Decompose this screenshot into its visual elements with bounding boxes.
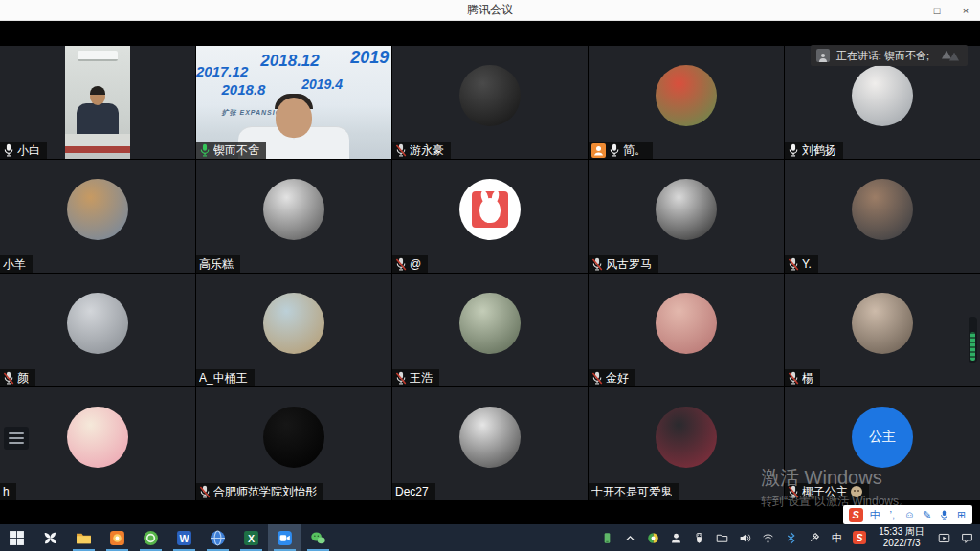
participant-name-label: 游永豪: [392, 142, 451, 159]
mic-icon: [788, 143, 799, 157]
participant-tile[interactable]: 小白: [0, 46, 195, 159]
tray-user-icon[interactable]: [668, 530, 683, 545]
sogou-toolbox[interactable]: ⊞: [956, 509, 967, 521]
taskbar-word-icon[interactable]: W: [167, 524, 201, 551]
window-title: 腾讯会议: [467, 2, 513, 18]
tray-folder-icon[interactable]: [714, 530, 729, 545]
sogou-emoji-picker[interactable]: ☺: [904, 509, 915, 520]
maximize-button[interactable]: □: [923, 0, 951, 21]
minimize-button[interactable]: −: [894, 0, 923, 21]
participant-name: 锲而不舍: [213, 143, 259, 158]
participant-name: 十开不是可爱鬼: [591, 484, 672, 499]
taskbar-sogou-browser-icon[interactable]: [100, 524, 134, 551]
taskbar-start-icon[interactable]: [0, 524, 33, 551]
participant-name: 小白: [17, 143, 40, 158]
participant-tile[interactable]: 楊: [785, 274, 980, 386]
tray-hidden-icons-icon[interactable]: [622, 530, 637, 545]
taskbar-file-explorer-icon[interactable]: [67, 524, 100, 551]
participant-tile[interactable]: 王浩: [392, 274, 588, 386]
participant-tile[interactable]: 小羊: [0, 160, 195, 273]
participant-tile[interactable]: 合肥师范学院刘怡彤: [196, 387, 391, 500]
speaking-text: 正在讲话: 锲而不舍;: [836, 49, 929, 63]
sogou-voice-input[interactable]: [939, 510, 949, 520]
close-button[interactable]: ×: [951, 0, 980, 21]
participant-tile[interactable]: A_中桶王: [196, 274, 391, 386]
mic-icon: [3, 371, 14, 385]
tray-bluetooth-icon[interactable]: [783, 530, 798, 545]
participant-name: 楊: [802, 370, 813, 386]
participant-tile[interactable]: Y.: [785, 160, 980, 273]
participant-tile[interactable]: 风古罗马: [589, 160, 784, 273]
participant-name: 风古罗马: [606, 256, 652, 272]
tray-sogou-icon[interactable]: S: [852, 530, 867, 545]
tray-input-lang-icon[interactable]: 中: [829, 530, 844, 545]
participant-tile[interactable]: 简。: [589, 46, 784, 159]
participant-name-label: 风古罗马: [589, 255, 658, 273]
participant-avatar: [656, 293, 717, 354]
participant-tile[interactable]: Dec27: [392, 387, 588, 500]
participant-avatar: [459, 65, 521, 126]
participant-tile[interactable]: 2017.122018.1220192018.82019.4扩张 EXPANSI…: [196, 46, 391, 159]
participant-avatar: [67, 293, 128, 354]
taskbar-wechat-icon[interactable]: [301, 524, 335, 551]
participant-tile[interactable]: 高乐糕: [196, 160, 391, 273]
mic-icon: [199, 485, 211, 498]
taskbar-clock[interactable]: 15:33 周日2022/7/3: [875, 526, 928, 550]
sogou-punct-mode[interactable]: ’,: [887, 509, 898, 520]
sogou-lang-mode[interactable]: 中: [870, 508, 880, 522]
participant-name-label: 小羊: [0, 255, 33, 273]
participant-avatar: [459, 293, 521, 354]
participant-name: 简。: [623, 143, 646, 158]
sogou-sogou-logo[interactable]: S: [849, 508, 863, 522]
participant-name-label: 简。: [589, 142, 653, 159]
tray-phone-icon[interactable]: [599, 530, 614, 545]
tray-volume-icon[interactable]: [737, 530, 752, 545]
mic-icon: [788, 371, 799, 385]
member-list-button[interactable]: [4, 427, 29, 450]
mic-icon: [3, 143, 14, 157]
participant-name: 王浩: [410, 370, 433, 386]
tray-network-icon[interactable]: [760, 530, 775, 545]
host-icon: [591, 143, 606, 158]
windows-taskbar: WX 中S 15:33 周日2022/7/3: [0, 524, 980, 551]
taskbar-tencent-meeting-icon[interactable]: [268, 524, 301, 551]
avatar-text: 公主: [852, 407, 913, 468]
rabbit-logo-icon: [472, 191, 508, 228]
mic-icon: [395, 371, 407, 385]
participant-avatar: [263, 179, 324, 240]
tray-media-box-icon[interactable]: [936, 530, 951, 545]
sogou-input-toolbar: S中’,☺✎⊞: [843, 505, 972, 524]
participant-tile[interactable]: 金好: [589, 274, 784, 386]
participant-name-label: Dec27: [392, 483, 435, 500]
participant-avatar: [67, 179, 128, 240]
taskbar-browser-icon[interactable]: [201, 524, 234, 551]
participant-name-label: @: [392, 255, 428, 273]
participant-name: 颜: [17, 370, 29, 386]
participant-name: 金好: [606, 370, 629, 386]
participant-name-label: Y.: [785, 255, 818, 273]
participant-tile[interactable]: @: [392, 160, 588, 273]
participant-avatar: [263, 407, 324, 468]
tray-usb-icon[interactable]: [691, 530, 706, 545]
tray-action-center-icon[interactable]: [959, 530, 974, 545]
svg-text:W: W: [179, 532, 189, 543]
participant-name: 小羊: [3, 256, 26, 272]
participant-name-label: A_中桶王: [196, 369, 255, 386]
participant-avatar: [459, 407, 521, 468]
banner-date-text: 2018.8: [222, 81, 266, 98]
taskbar-pinwheel-icon[interactable]: [33, 524, 67, 551]
tray-clamp-icon[interactable]: [806, 530, 821, 545]
sogou-handwriting[interactable]: ✎: [922, 509, 932, 521]
participant-name: 游永豪: [410, 143, 444, 158]
taskbar-green-app-icon[interactable]: [134, 524, 167, 551]
banner-date-text: 2019.4: [301, 77, 343, 92]
windows-activation-watermark: 激活 Windows 转到“设置”以激活 Windows。: [761, 465, 910, 510]
participant-tile[interactable]: h: [0, 387, 195, 500]
taskbar-excel-icon[interactable]: X: [234, 524, 268, 551]
participant-name-label: 刘鹤扬: [785, 142, 843, 159]
tray-color-app-icon[interactable]: [645, 530, 660, 545]
participant-tile[interactable]: 十开不是可爱鬼: [589, 387, 784, 500]
participant-name: @: [410, 256, 421, 272]
participant-tile[interactable]: 颜: [0, 274, 195, 386]
participant-tile[interactable]: 游永豪: [392, 46, 588, 159]
